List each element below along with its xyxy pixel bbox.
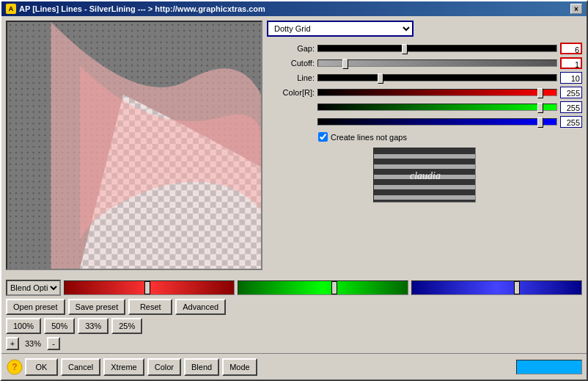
colorb-slider-track (317, 117, 557, 126)
checkbox-row: Create lines not gaps (267, 132, 582, 142)
bottom-section: Blend Opti Open preset Save preset Reset… (1, 277, 587, 353)
colorg-slider-row: 255 (267, 101, 582, 113)
cutoff-slider-thumb[interactable] (342, 59, 348, 69)
zoom-100-button[interactable]: 100% (6, 318, 41, 334)
close-button[interactable]: × (570, 4, 582, 14)
thumb-preview: claudia (373, 148, 476, 203)
blend-g-slider[interactable] (238, 280, 408, 295)
blend-row: Blend Opti (6, 280, 582, 296)
color-button[interactable]: Color (147, 358, 181, 376)
hint-svg: ? (6, 358, 23, 376)
gap-slider-thumb[interactable] (402, 44, 408, 54)
line-slider-track (317, 73, 557, 82)
cutoff-slider-row: Cutoff: 1 (267, 57, 582, 69)
gap-slider-track (317, 44, 557, 53)
line-label: Line: (267, 73, 315, 82)
line-slider-row: Line: 10 (267, 72, 582, 84)
save-preset-button[interactable]: Save preset (68, 299, 126, 315)
colorr-slider-thumb[interactable] (537, 88, 543, 98)
zoom-50-button[interactable]: 50% (44, 318, 75, 334)
hint-icon: ? (6, 358, 23, 376)
colorg-slider-thumb[interactable] (537, 103, 543, 113)
colorr-slider-row: Color[R]: 255 (267, 87, 582, 98)
preview-canvas (7, 22, 261, 269)
cancel-button[interactable]: Cancel (61, 358, 100, 376)
main-window: A AP [Lines] Lines - SilverLining --- > … (0, 0, 588, 381)
colorb-slider-row: 255 (267, 116, 582, 128)
preview-panel (6, 21, 262, 270)
create-lines-checkbox[interactable] (318, 132, 328, 142)
gap-slider-bg (317, 45, 557, 52)
app-icon: A (6, 4, 16, 14)
colorr-slider-bg (317, 89, 557, 96)
blend-g-thumb[interactable] (331, 281, 337, 294)
open-preset-button[interactable]: Open preset (6, 299, 65, 315)
gap-label: Gap: (267, 44, 315, 53)
line-slider-bg (317, 74, 557, 81)
colorb-slider-thumb[interactable] (537, 117, 543, 128)
colorg-value[interactable]: 255 (560, 101, 582, 113)
colorb-slider-bg (317, 118, 557, 126)
preset-dropdown[interactable]: Dotty Grid Lines Grid Diagonal (267, 21, 414, 37)
svg-text:?: ? (12, 362, 17, 372)
action-buttons: OK Cancel Xtreme Color Blend Mode (25, 358, 257, 376)
svg-text:claudia: claudia (410, 170, 441, 181)
thumb-preview-svg: claudia (374, 148, 476, 203)
gap-slider-row: Gap: 6 (267, 43, 582, 54)
title-bar: A AP [Lines] Lines - SilverLining --- > … (1, 1, 587, 16)
zoom-out-button[interactable]: - (47, 337, 60, 350)
checkbox-label: Create lines not gaps (331, 133, 407, 142)
blend-b-thumb[interactable] (514, 281, 520, 294)
line-value[interactable]: 10 (560, 72, 582, 84)
line-slider-thumb[interactable] (378, 73, 383, 84)
preset-buttons-row: Open preset Save preset Reset Advanced (6, 299, 582, 315)
ok-button[interactable]: OK (25, 358, 58, 376)
colorr-label: Color[R]: (267, 88, 315, 97)
gap-value[interactable]: 6 (560, 43, 582, 54)
title-bar-left: A AP [Lines] Lines - SilverLining --- > … (6, 4, 265, 14)
zoom-in-button[interactable]: + (6, 337, 19, 350)
cutoff-slider-track (317, 59, 557, 68)
content-area: Dotty Grid Lines Grid Diagonal Gap: 6 Cu (1, 16, 587, 277)
blend-dropdown[interactable]: Blend Opti (6, 280, 61, 296)
colorr-value[interactable]: 255 (560, 87, 582, 98)
advanced-button[interactable]: Advanced (175, 299, 226, 315)
preset-dropdown-row: Dotty Grid Lines Grid Diagonal (267, 21, 582, 37)
colorr-slider-track (317, 88, 557, 97)
reset-button[interactable]: Reset (128, 299, 172, 315)
cutoff-slider-bg (317, 59, 557, 67)
colorg-slider-bg (317, 104, 557, 111)
zoom-control-row: + 33% - (6, 337, 582, 350)
zoom-current-label: 33% (22, 339, 44, 348)
cutoff-value[interactable]: 1 (560, 57, 582, 69)
mode-button[interactable]: Mode (222, 358, 257, 376)
blend-button[interactable]: Blend (184, 358, 219, 376)
color-swatch (516, 360, 582, 374)
xtreme-button[interactable]: Xtreme (103, 358, 144, 376)
window-title: AP [Lines] Lines - SilverLining --- > ht… (19, 4, 265, 13)
zoom-25-button[interactable]: 25% (111, 318, 142, 334)
bottom-bar: ? OK Cancel Xtreme Color Blend Mode (1, 353, 587, 380)
colorb-value[interactable]: 255 (560, 116, 582, 128)
colorg-slider-track (317, 103, 557, 112)
blend-b-slider[interactable] (411, 280, 582, 295)
cutoff-label: Cutoff: (267, 59, 315, 68)
zoom-33-button[interactable]: 33% (78, 318, 109, 334)
controls-panel: Dotty Grid Lines Grid Diagonal Gap: 6 Cu (267, 21, 582, 272)
bottom-bar-left: ? OK Cancel Xtreme Color Blend Mode (6, 358, 257, 376)
blend-r-slider[interactable] (64, 280, 235, 295)
blend-r-thumb[interactable] (144, 281, 150, 294)
zoom-percent-row: 100% 50% 33% 25% (6, 318, 582, 334)
